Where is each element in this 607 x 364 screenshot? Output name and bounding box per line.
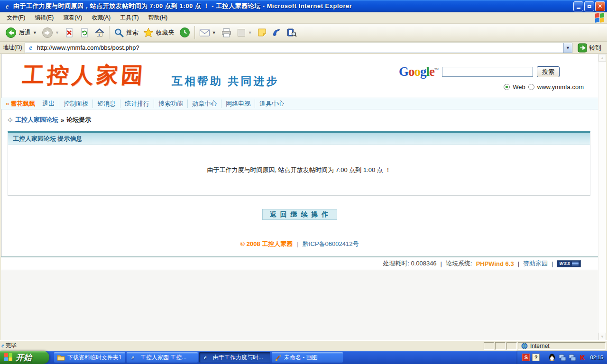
radio-web-icon[interactable] — [504, 84, 510, 90]
restore-button[interactable] — [584, 1, 594, 11]
task-folder[interactable]: 下载资料临时文件夹1 — [54, 352, 125, 363]
menu-help[interactable]: 帮助(H) — [144, 12, 173, 23]
nav-tv[interactable]: 网络电视 — [221, 100, 255, 108]
ie-toolbar: 后退 ▼ ▼ 搜索 收藏夹 ▼ — [0, 24, 607, 42]
address-label: 地址(D) — [3, 44, 22, 52]
system-label: 论坛系统: — [446, 259, 472, 268]
icp-link[interactable]: 黔ICP备06002412号 — [303, 240, 359, 247]
nav-logout[interactable]: 退出 — [38, 100, 59, 108]
back-label: 后退 — [18, 28, 31, 37]
address-dropdown-icon[interactable]: ▼ — [563, 43, 572, 53]
forward-button[interactable]: ▼ — [39, 26, 62, 40]
network-tray-icon[interactable] — [568, 354, 576, 361]
search-button[interactable]: 搜索 — [111, 26, 141, 39]
minimize-button[interactable] — [573, 1, 583, 11]
search-label: 搜索 — [126, 28, 138, 37]
messenger-button[interactable] — [269, 26, 284, 39]
scroll-up-icon[interactable]: ▲ — [598, 54, 606, 62]
edit-dropdown-icon: ▼ — [248, 30, 252, 35]
footer-sep: | — [552, 260, 553, 267]
refresh-button[interactable] — [77, 26, 92, 39]
nav-messages[interactable]: 短消息 — [93, 100, 120, 108]
copyright-text[interactable]: © 2008 工控人家园 — [240, 240, 293, 247]
address-input-box: e ▼ — [25, 43, 572, 53]
title-bar: e 由于工作力度与时间原因，站点开放发帖时间为 7:00 点到 1:00 点 ！… — [0, 0, 607, 12]
google-search-button[interactable]: 搜索 — [537, 66, 560, 77]
sogou-tray-icon[interactable]: S — [522, 354, 530, 361]
taskbar: 开始 下载资料临时文件夹1 e 工控人家园 工控... e 由于工作力度与时..… — [0, 351, 607, 364]
go-button[interactable]: 转到 — [575, 42, 604, 54]
ime-tray-icon[interactable]: ? — [532, 354, 540, 361]
back-dropdown-icon[interactable]: ▼ — [33, 30, 37, 35]
menu-file[interactable]: 文件(F) — [2, 12, 30, 23]
close-button[interactable]: ✕ — [595, 1, 605, 11]
notice-message: 由于工作力度与时间原因, 站点开放发帖时间为 7:00 点到 1:00 点 ！ — [8, 145, 590, 195]
nav-tools[interactable]: 道具中心 — [255, 100, 288, 108]
radio-site-label: www.ymmfa.com — [537, 83, 584, 91]
back-button[interactable]: 后退 ▼ — [3, 26, 39, 40]
google-search-input[interactable] — [442, 67, 533, 77]
nav-stats[interactable]: 统计排行 — [120, 100, 154, 108]
start-button[interactable]: 开始 — [0, 351, 49, 364]
menu-view[interactable]: 查看(V) — [58, 12, 87, 23]
radio-site-icon[interactable] — [528, 84, 534, 90]
security-zone-pane: Internet — [518, 342, 606, 350]
toolbar-separator — [194, 26, 195, 39]
discuss-button[interactable] — [255, 26, 269, 39]
qq-tray-icon[interactable] — [548, 354, 556, 361]
address-input[interactable] — [37, 44, 563, 52]
task-paint[interactable]: 未命名 - 画图 — [272, 352, 343, 363]
sponsor-link[interactable]: 赞助家园 — [523, 259, 548, 268]
network-tray-icon[interactable] — [558, 354, 566, 361]
mail-dropdown-icon[interactable]: ▼ — [212, 30, 216, 35]
task-label: 由于工作力度与时... — [213, 354, 263, 362]
status-text: 完毕 — [5, 342, 483, 350]
favorites-button[interactable]: 收藏夹 — [141, 26, 177, 39]
page-scrollbar[interactable]: ▲ ▼ — [598, 54, 606, 340]
favorites-label: 收藏夹 — [156, 28, 175, 37]
return-button[interactable]: 返 回 继 续 操 作 — [262, 209, 337, 220]
restore-icon — [588, 5, 591, 8]
ie-window: e 由于工作力度与时间原因，站点开放发帖时间为 7:00 点到 1:00 点 ！… — [0, 0, 607, 364]
nav-control-panel[interactable]: 控制面板 — [59, 100, 93, 108]
paint-icon — [275, 354, 282, 361]
task-ie-notice[interactable]: e 由于工作力度与时... — [199, 352, 270, 363]
history-button[interactable] — [177, 26, 193, 39]
nav-search[interactable]: 搜索功能 — [154, 100, 188, 108]
phpwind-link[interactable]: PHPWind 6.3 — [476, 260, 514, 267]
status-ie-icon: e — [1, 342, 4, 349]
status-bar: e 完毕 Internet — [0, 340, 607, 351]
nav-medals[interactable]: 勋章中心 — [188, 100, 221, 108]
breadcrumb-forum-link[interactable]: 工控人家园论坛 — [15, 116, 58, 124]
menu-edit[interactable]: 编辑(E) — [30, 12, 58, 23]
globe-icon — [521, 343, 528, 349]
notice-title: 工控人家园论坛 提示信息 — [8, 133, 590, 145]
scroll-down-icon[interactable]: ▼ — [598, 333, 606, 340]
mail-icon — [199, 28, 210, 37]
task-ie-forum[interactable]: e 工控人家园 工控... — [127, 352, 198, 363]
menu-favorites[interactable]: 收藏(A) — [87, 12, 115, 23]
mail-button[interactable]: ▼ — [197, 27, 219, 39]
research-button[interactable] — [284, 26, 299, 39]
wss-bars-icon — [572, 261, 579, 266]
process-time: 处理耗时: 0.008346 — [383, 259, 436, 268]
stop-button[interactable] — [62, 26, 77, 39]
print-button[interactable] — [219, 26, 234, 39]
home-button[interactable] — [92, 26, 107, 39]
task-buttons: 下载资料临时文件夹1 e 工控人家园 工控... e 由于工作力度与时... 未… — [49, 351, 517, 364]
edit-button: ▼ — [234, 27, 255, 39]
ie-logo-icon: e — [3, 2, 11, 10]
taskbar-clock: 02:15 — [590, 355, 603, 360]
username-link[interactable]: 雪花飘飘 — [10, 100, 35, 108]
stop-icon — [64, 27, 74, 38]
menu-tools[interactable]: 工具(T) — [115, 12, 143, 23]
research-icon — [286, 27, 297, 37]
task-label: 下载资料临时文件夹1 — [67, 354, 122, 362]
window-title: 由于工作力度与时间原因，站点开放发帖时间为 7:00 点到 1:00 点 ！ -… — [13, 2, 573, 10]
note-icon — [257, 27, 267, 37]
site-slogan: 互相帮助 共同进步 — [172, 74, 279, 91]
site-logo[interactable]: 工控人家园 — [21, 61, 147, 91]
history-icon — [179, 27, 190, 38]
kingsoft-tray-icon[interactable]: K — [578, 354, 586, 361]
wss-badge[interactable]: WSS — [557, 260, 581, 267]
